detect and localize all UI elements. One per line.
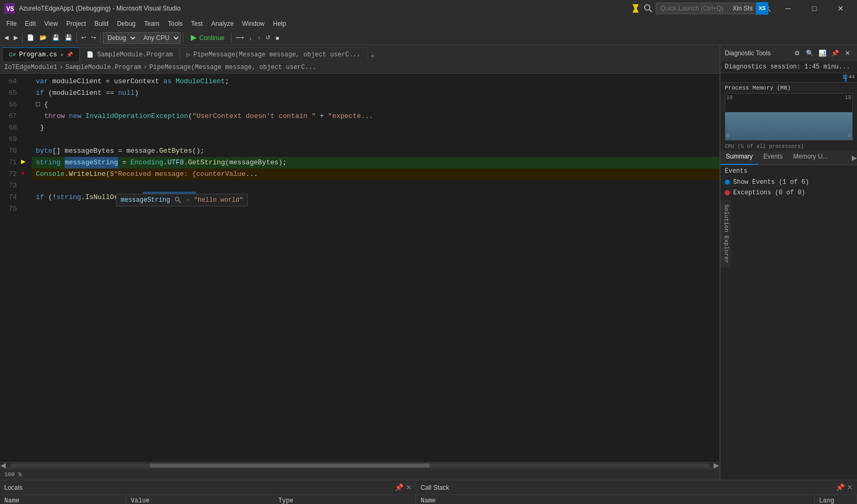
menu-test[interactable]: Test [187, 17, 207, 31]
tab-icon-pm: ▷ [187, 51, 190, 58]
user-name: Xin Shi [733, 5, 753, 12]
sep5 [231, 33, 231, 43]
tooltip-dash: – [186, 196, 190, 204]
sep4 [183, 33, 183, 43]
toolbar-step-out[interactable]: ↑ [256, 32, 263, 44]
diag-pin-btn[interactable]: 📌 [830, 48, 840, 58]
memory-chart: Process Memory (MB) 19 19 0 0 [720, 83, 857, 143]
tooltip-value: "hello world" [194, 196, 244, 204]
toolbar-stop[interactable]: ■ [274, 32, 281, 44]
code-line-70: byte[] messageBytes = message.GetBytes()… [32, 145, 719, 157]
locals-close-btn[interactable]: ✕ [406, 483, 412, 491]
toolbar-forward[interactable]: ▶ [12, 32, 20, 44]
locals-panel: Locals 📌 ✕ Name Value Type ▶ ● message {… [0, 480, 416, 504]
call-stack-header: Call Stack 📌 ✕ [416, 480, 857, 495]
minimize-button[interactable]: ─ [776, 0, 800, 17]
menu-debug[interactable]: Debug [113, 17, 140, 31]
horizontal-scrollbar[interactable]: ◀ ▶ [0, 462, 719, 468]
timeline-bar: 1:44 [720, 73, 857, 83]
menu-help[interactable]: Help [269, 17, 290, 31]
diag-tabs: Summary Events Memory U... ▶ [720, 151, 857, 165]
toolbar-restart[interactable]: ↺ [264, 32, 272, 44]
diag-tab-memory[interactable]: Memory U... [788, 151, 833, 165]
user-avatar: XS [756, 2, 768, 15]
window-controls: ─ □ ✕ [776, 0, 853, 17]
diag-tab-summary[interactable]: Summary [720, 151, 758, 165]
debug-arrow: ▶ [21, 157, 25, 166]
add-tab-button[interactable]: + [367, 51, 378, 61]
code-content: 64 65 66 67 68 69 70 71 72 73 74 75 ▶ [0, 74, 719, 462]
gutter: ▶ ● [21, 74, 32, 462]
tooltip-search-icon[interactable] [174, 196, 182, 204]
diag-more-btn[interactable]: ▶ [852, 151, 857, 165]
menu-build[interactable]: Build [90, 17, 113, 31]
breadcrumb-module: IoTEdgeModule1 [4, 64, 57, 71]
tab-sample-module[interactable]: 📄 SampleModule.Program [80, 47, 180, 61]
cs-col-lang: Lang [815, 495, 857, 504]
toolbar-step-over[interactable]: ⟶ [233, 32, 246, 44]
diag-close-btn[interactable]: ✕ [842, 48, 853, 58]
diagnostic-tools-panel: Diagnostic Tools ⚙ 🔍 📊 📌 ✕ Diagnostics s… [720, 45, 857, 480]
menu-project[interactable]: Project [62, 17, 90, 31]
events-title: Events [725, 167, 853, 175]
code-lines[interactable]: var moduleClient = userContext as Module… [32, 74, 719, 462]
locals-panel-header: Locals 📌 ✕ [0, 480, 416, 495]
code-editor: 64 65 66 67 68 69 70 71 72 73 74 75 ▶ [0, 74, 719, 480]
platform-select[interactable]: Any CPU [139, 32, 181, 44]
svg-line-9 [179, 201, 181, 203]
menu-bar: File Edit View Project Build Debug Team … [0, 17, 857, 31]
solution-explorer-sidebar[interactable]: Solution Explorer [720, 200, 731, 268]
diag-search-btn[interactable]: 🔍 [804, 48, 815, 58]
debug-mode-select[interactable]: Debug [103, 32, 138, 44]
line-numbers: 64 65 66 67 68 69 70 71 72 73 74 75 [0, 74, 21, 462]
code-line-67: throw new InvalidOperationException("Use… [32, 111, 719, 122]
toolbar-save[interactable]: 💾 [50, 32, 62, 44]
diag-chart-btn[interactable]: 📊 [817, 48, 827, 58]
menu-window[interactable]: Window [238, 17, 269, 31]
menu-tools[interactable]: Tools [164, 17, 187, 31]
play-icon [190, 34, 197, 42]
tab-icon-cs: C# [9, 52, 16, 58]
toolbar-back[interactable]: ◀ [2, 32, 11, 44]
toolbar-newfile[interactable]: 📄 [25, 32, 36, 44]
variable-tooltip: messageString – "hello world" [116, 194, 248, 206]
tab-close-program[interactable]: ✕ [60, 52, 63, 58]
cs-col-name: Name [416, 495, 815, 504]
diag-settings-btn[interactable]: ⚙ [792, 48, 802, 58]
scrollbar-track[interactable] [11, 463, 709, 468]
editor-tab-bar: C# Program.cs ✕ 📌 📄 SampleModule.Program… [0, 45, 719, 61]
memory-header: Process Memory (MB) [725, 85, 853, 91]
menu-analyze[interactable]: Analyze [207, 17, 238, 31]
bottom-panels: Locals 📌 ✕ Name Value Type ▶ ● message {… [0, 480, 857, 504]
exceptions-label: Exceptions (0 of 0) [733, 189, 805, 196]
tab-program-cs[interactable]: C# Program.cs ✕ 📌 [2, 47, 80, 61]
toolbar-saveall[interactable]: 💾 [63, 32, 74, 44]
cpu-label: CPU (% of all processors) [720, 143, 857, 151]
menu-view[interactable]: View [40, 17, 62, 31]
events-dot [725, 180, 730, 185]
locals-pin-btn[interactable]: 📌 [395, 483, 404, 491]
scrollbar-thumb[interactable] [150, 463, 430, 468]
toolbar-redo[interactable]: ↪ [89, 32, 98, 44]
maximize-button[interactable]: □ [802, 0, 826, 17]
pin-icon[interactable]: 📌 [66, 52, 73, 58]
col-type: Type [274, 495, 416, 504]
toolbar-open[interactable]: 📂 [37, 32, 49, 44]
continue-button[interactable]: Continue [186, 33, 229, 43]
diag-tab-events[interactable]: Events [758, 151, 788, 165]
exceptions-dot [725, 190, 730, 195]
zoom-level[interactable]: 100 % [4, 471, 22, 478]
menu-file[interactable]: File [2, 17, 21, 31]
code-line-71: string messageString = Encoding.UTF8.Get… [32, 157, 719, 169]
tab-pipe-message[interactable]: ▷ PipeMessage(Message message, object us… [180, 47, 367, 61]
menu-edit[interactable]: Edit [21, 17, 40, 31]
call-stack-close-btn[interactable]: ✕ [847, 483, 853, 491]
menu-team[interactable]: Team [140, 17, 163, 31]
close-button[interactable]: ✕ [829, 0, 853, 17]
locals-controls: 📌 ✕ [395, 483, 412, 491]
toolbar-step-into[interactable]: ↓ [247, 32, 255, 44]
breadcrumb: IoTEdgeModule1 › SampleModule.Program › … [0, 61, 719, 74]
breadcrumb-method: PipeMessage(Message message, object user… [149, 64, 316, 71]
call-stack-pin-btn[interactable]: 📌 [836, 483, 845, 491]
toolbar-undo[interactable]: ↩ [79, 32, 88, 44]
